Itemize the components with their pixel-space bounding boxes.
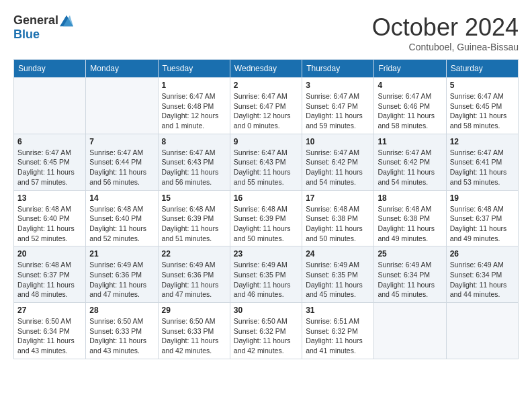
day-info: Sunrise: 6:47 AM Sunset: 6:48 PM Dayligh… xyxy=(162,91,226,131)
calendar-week-row: 27Sunrise: 6:50 AM Sunset: 6:34 PM Dayli… xyxy=(14,303,519,359)
day-info: Sunrise: 6:48 AM Sunset: 6:39 PM Dayligh… xyxy=(162,204,226,244)
day-number: 14 xyxy=(89,193,154,203)
calendar-cell: 31Sunrise: 6:51 AM Sunset: 6:32 PM Dayli… xyxy=(302,303,374,359)
calendar-cell: 4Sunrise: 6:47 AM Sunset: 6:46 PM Daylig… xyxy=(374,78,446,134)
day-number: 18 xyxy=(378,193,442,203)
day-number: 4 xyxy=(378,81,442,90)
day-number: 10 xyxy=(306,137,370,146)
day-info: Sunrise: 6:51 AM Sunset: 6:32 PM Dayligh… xyxy=(306,316,370,356)
day-number: 31 xyxy=(306,306,370,315)
calendar-table: SundayMondayTuesdayWednesdayThursdayFrid… xyxy=(13,59,519,359)
day-number: 5 xyxy=(450,81,515,90)
day-info: Sunrise: 6:47 AM Sunset: 6:45 PM Dayligh… xyxy=(17,148,82,187)
day-number: 1 xyxy=(162,81,226,90)
day-info: Sunrise: 6:47 AM Sunset: 6:45 PM Dayligh… xyxy=(450,91,515,131)
calendar-cell: 5Sunrise: 6:47 AM Sunset: 6:45 PM Daylig… xyxy=(446,78,518,134)
day-info: Sunrise: 6:47 AM Sunset: 6:44 PM Dayligh… xyxy=(89,148,154,187)
logo-general: General xyxy=(13,13,58,28)
day-info: Sunrise: 6:47 AM Sunset: 6:43 PM Dayligh… xyxy=(162,148,226,187)
day-number: 27 xyxy=(17,306,82,315)
calendar-cell: 22Sunrise: 6:49 AM Sunset: 6:36 PM Dayli… xyxy=(158,246,230,303)
day-number: 28 xyxy=(89,306,154,315)
day-info: Sunrise: 6:47 AM Sunset: 6:42 PM Dayligh… xyxy=(378,148,442,187)
day-info: Sunrise: 6:49 AM Sunset: 6:36 PM Dayligh… xyxy=(162,260,226,300)
day-header-tuesday: Tuesday xyxy=(158,60,230,78)
title-block: October 2024 Contuboel, Guinea-Bissau xyxy=(372,13,519,52)
calendar-cell: 25Sunrise: 6:49 AM Sunset: 6:34 PM Dayli… xyxy=(374,246,446,303)
calendar-cell: 18Sunrise: 6:48 AM Sunset: 6:38 PM Dayli… xyxy=(374,190,446,246)
calendar-cell: 15Sunrise: 6:48 AM Sunset: 6:39 PM Dayli… xyxy=(158,190,230,246)
day-number: 3 xyxy=(306,81,370,90)
day-number: 25 xyxy=(378,249,442,259)
logo: General Blue xyxy=(13,13,73,42)
day-info: Sunrise: 6:48 AM Sunset: 6:38 PM Dayligh… xyxy=(306,204,370,244)
day-header-monday: Monday xyxy=(86,60,158,78)
day-info: Sunrise: 6:48 AM Sunset: 6:37 PM Dayligh… xyxy=(17,260,82,300)
calendar-cell: 21Sunrise: 6:49 AM Sunset: 6:36 PM Dayli… xyxy=(86,246,158,303)
calendar-cell: 13Sunrise: 6:48 AM Sunset: 6:40 PM Dayli… xyxy=(14,190,86,246)
calendar-cell: 14Sunrise: 6:48 AM Sunset: 6:40 PM Dayli… xyxy=(86,190,158,246)
day-info: Sunrise: 6:47 AM Sunset: 6:42 PM Dayligh… xyxy=(306,148,370,187)
day-info: Sunrise: 6:47 AM Sunset: 6:41 PM Dayligh… xyxy=(450,148,515,187)
calendar-cell xyxy=(86,78,158,134)
day-number: 15 xyxy=(162,193,226,203)
calendar-cell: 19Sunrise: 6:48 AM Sunset: 6:37 PM Dayli… xyxy=(446,190,518,246)
day-info: Sunrise: 6:48 AM Sunset: 6:39 PM Dayligh… xyxy=(234,204,298,244)
day-info: Sunrise: 6:48 AM Sunset: 6:40 PM Dayligh… xyxy=(17,204,82,244)
logo-icon xyxy=(60,14,73,28)
logo-blue: Blue xyxy=(13,28,40,42)
day-number: 11 xyxy=(378,137,442,146)
calendar-cell: 29Sunrise: 6:50 AM Sunset: 6:33 PM Dayli… xyxy=(158,303,230,359)
day-number: 21 xyxy=(89,249,154,259)
calendar-week-row: 1Sunrise: 6:47 AM Sunset: 6:48 PM Daylig… xyxy=(14,78,519,134)
day-info: Sunrise: 6:47 AM Sunset: 6:43 PM Dayligh… xyxy=(234,148,298,187)
day-header-saturday: Saturday xyxy=(446,60,518,78)
day-number: 16 xyxy=(234,193,298,203)
day-number: 30 xyxy=(234,306,298,315)
day-number: 23 xyxy=(234,249,298,259)
day-info: Sunrise: 6:49 AM Sunset: 6:34 PM Dayligh… xyxy=(378,260,442,300)
calendar-cell: 8Sunrise: 6:47 AM Sunset: 6:43 PM Daylig… xyxy=(158,134,230,190)
calendar-cell: 12Sunrise: 6:47 AM Sunset: 6:41 PM Dayli… xyxy=(446,134,518,190)
day-header-sunday: Sunday xyxy=(14,60,86,78)
calendar-cell: 20Sunrise: 6:48 AM Sunset: 6:37 PM Dayli… xyxy=(14,246,86,303)
day-number: 6 xyxy=(17,137,82,146)
calendar-cell: 16Sunrise: 6:48 AM Sunset: 6:39 PM Dayli… xyxy=(230,190,302,246)
day-number: 26 xyxy=(450,249,515,259)
calendar-cell: 9Sunrise: 6:47 AM Sunset: 6:43 PM Daylig… xyxy=(230,134,302,190)
day-info: Sunrise: 6:50 AM Sunset: 6:33 PM Dayligh… xyxy=(162,316,226,356)
calendar-cell: 17Sunrise: 6:48 AM Sunset: 6:38 PM Dayli… xyxy=(302,190,374,246)
calendar-cell: 30Sunrise: 6:50 AM Sunset: 6:32 PM Dayli… xyxy=(230,303,302,359)
day-number: 20 xyxy=(17,249,82,259)
day-info: Sunrise: 6:47 AM Sunset: 6:46 PM Dayligh… xyxy=(378,91,442,131)
day-info: Sunrise: 6:50 AM Sunset: 6:33 PM Dayligh… xyxy=(89,316,154,356)
calendar-week-row: 20Sunrise: 6:48 AM Sunset: 6:37 PM Dayli… xyxy=(14,246,519,303)
page-header: General Blue October 2024 Contuboel, Gui… xyxy=(13,13,519,52)
calendar-week-row: 6Sunrise: 6:47 AM Sunset: 6:45 PM Daylig… xyxy=(14,134,519,190)
day-number: 19 xyxy=(450,193,515,203)
calendar-cell xyxy=(446,303,518,359)
calendar-cell: 3Sunrise: 6:47 AM Sunset: 6:47 PM Daylig… xyxy=(302,78,374,134)
day-header-wednesday: Wednesday xyxy=(230,60,302,78)
day-info: Sunrise: 6:49 AM Sunset: 6:34 PM Dayligh… xyxy=(450,260,515,300)
calendar-cell: 11Sunrise: 6:47 AM Sunset: 6:42 PM Dayli… xyxy=(374,134,446,190)
day-number: 12 xyxy=(450,137,515,146)
location-subtitle: Contuboel, Guinea-Bissau xyxy=(372,42,519,52)
day-number: 22 xyxy=(162,249,226,259)
day-info: Sunrise: 6:48 AM Sunset: 6:38 PM Dayligh… xyxy=(378,204,442,244)
calendar-cell: 6Sunrise: 6:47 AM Sunset: 6:45 PM Daylig… xyxy=(14,134,86,190)
calendar-cell: 27Sunrise: 6:50 AM Sunset: 6:34 PM Dayli… xyxy=(14,303,86,359)
calendar-cell: 1Sunrise: 6:47 AM Sunset: 6:48 PM Daylig… xyxy=(158,78,230,134)
calendar-cell xyxy=(14,78,86,134)
calendar-cell: 7Sunrise: 6:47 AM Sunset: 6:44 PM Daylig… xyxy=(86,134,158,190)
day-info: Sunrise: 6:49 AM Sunset: 6:35 PM Dayligh… xyxy=(306,260,370,300)
day-number: 13 xyxy=(17,193,82,203)
calendar-cell xyxy=(374,303,446,359)
day-info: Sunrise: 6:49 AM Sunset: 6:35 PM Dayligh… xyxy=(234,260,298,300)
day-number: 7 xyxy=(89,137,154,146)
calendar-cell: 24Sunrise: 6:49 AM Sunset: 6:35 PM Dayli… xyxy=(302,246,374,303)
calendar-cell: 28Sunrise: 6:50 AM Sunset: 6:33 PM Dayli… xyxy=(86,303,158,359)
day-info: Sunrise: 6:47 AM Sunset: 6:47 PM Dayligh… xyxy=(306,91,370,131)
day-info: Sunrise: 6:50 AM Sunset: 6:34 PM Dayligh… xyxy=(17,316,82,356)
day-number: 2 xyxy=(234,81,298,90)
